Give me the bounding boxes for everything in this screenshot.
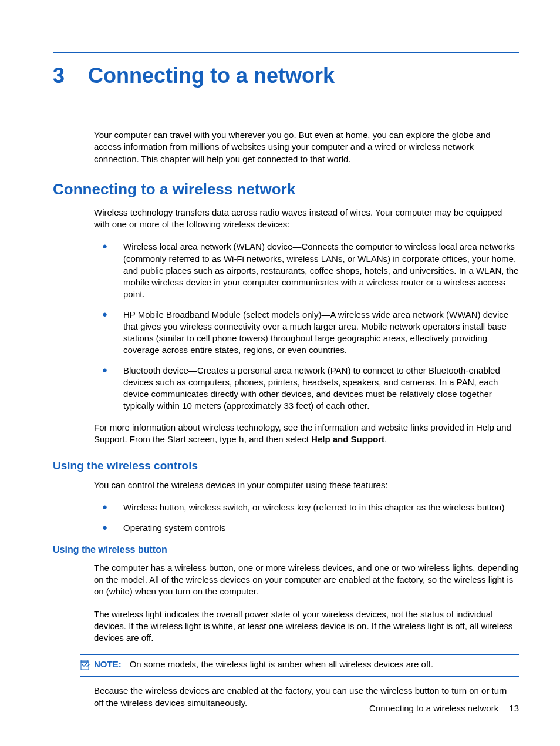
section-heading-wireless-network: Connecting to a wireless network xyxy=(53,180,519,199)
bullet-list: ● Wireless local area network (WLAN) dev… xyxy=(94,241,519,412)
list-item-text: Wireless local area network (WLAN) devic… xyxy=(123,241,519,300)
bullet-icon: ● xyxy=(94,241,123,300)
footer-page-number: 13 xyxy=(509,703,519,713)
text-span: , and then select xyxy=(244,434,311,444)
bullet-icon: ● xyxy=(94,502,123,513)
note-icon xyxy=(80,660,90,673)
chapter-rule xyxy=(53,52,519,53)
chapter-number: 3 xyxy=(53,63,65,88)
list-item: ● Wireless button, wireless switch, or w… xyxy=(94,502,519,513)
body-paragraph: The wireless light indicates the overall… xyxy=(94,609,519,644)
text-span: . xyxy=(384,434,387,444)
note-text: On some models, the wireless light is am… xyxy=(130,659,433,669)
section-heading-wireless-button: Using the wireless button xyxy=(53,545,519,555)
note-label: NOTE: xyxy=(94,659,122,669)
list-item: ● Bluetooth device—Creates a personal ar… xyxy=(94,365,519,412)
list-item: ● HP Mobile Broadband Module (select mod… xyxy=(94,309,519,357)
chapter-header: 3 Connecting to a network xyxy=(53,63,519,88)
footer-section-title: Connecting to a wireless network xyxy=(369,703,498,713)
body-paragraph: For more information about wireless tech… xyxy=(94,422,519,447)
page-footer: Connecting to a wireless network 13 xyxy=(369,703,519,713)
monospace-text: h xyxy=(239,435,244,445)
body-paragraph: The computer has a wireless button, one … xyxy=(94,562,519,598)
section-heading-wireless-controls: Using the wireless controls xyxy=(53,459,519,472)
list-item-text: Operating system controls xyxy=(123,522,225,534)
note-block: NOTE:On some models, the wireless light … xyxy=(80,654,519,677)
body-paragraph: You can control the wireless devices in … xyxy=(94,479,519,491)
body-paragraph: Wireless technology transfers data acros… xyxy=(94,207,519,231)
list-item: ● Wireless local area network (WLAN) dev… xyxy=(94,241,519,300)
bullet-icon: ● xyxy=(94,309,123,357)
list-item-text: HP Mobile Broadband Module (select model… xyxy=(123,309,519,357)
bullet-list: ● Wireless button, wireless switch, or w… xyxy=(94,502,519,534)
bullet-icon: ● xyxy=(94,365,123,412)
bullet-icon: ● xyxy=(94,522,123,534)
intro-paragraph: Your computer can travel with you wherev… xyxy=(94,129,519,165)
chapter-title: Connecting to a network xyxy=(88,63,335,88)
list-item-text: Wireless button, wireless switch, or wir… xyxy=(123,502,504,513)
bold-text: Help and Support xyxy=(311,434,384,444)
list-item-text: Bluetooth device—Creates a personal area… xyxy=(123,365,519,412)
list-item: ● Operating system controls xyxy=(94,522,519,534)
